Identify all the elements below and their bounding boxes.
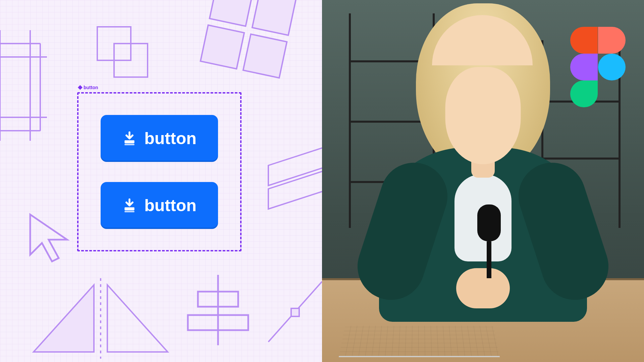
presenter bbox=[382, 47, 584, 322]
figma-logo bbox=[570, 27, 626, 107]
frame-icon bbox=[0, 30, 54, 145]
face bbox=[445, 67, 521, 164]
svg-marker-14 bbox=[107, 285, 168, 352]
svg-rect-23 bbox=[125, 207, 135, 210]
presenter-video bbox=[322, 0, 644, 362]
component-frame[interactable]: button button button bbox=[77, 92, 241, 251]
svg-marker-13 bbox=[34, 285, 94, 352]
button-instance-2[interactable]: button bbox=[101, 182, 218, 229]
svg-rect-9 bbox=[201, 25, 244, 69]
cursor-icon bbox=[23, 211, 74, 266]
components-icon bbox=[198, 0, 299, 82]
mirror-triangle-icon bbox=[30, 278, 171, 360]
pen-anchor-icon bbox=[265, 275, 322, 350]
svg-rect-10 bbox=[243, 34, 287, 78]
component-label-text: button bbox=[84, 85, 98, 90]
component-frame-label: button bbox=[78, 85, 98, 90]
align-center-icon bbox=[181, 275, 255, 350]
svg-rect-22 bbox=[125, 144, 135, 145]
download-icon bbox=[122, 131, 137, 146]
svg-rect-20 bbox=[291, 308, 299, 316]
union-icon bbox=[94, 23, 154, 85]
svg-rect-8 bbox=[252, 0, 296, 35]
svg-rect-7 bbox=[210, 0, 253, 26]
design-canvas: button button button bbox=[0, 0, 322, 362]
svg-rect-21 bbox=[125, 140, 135, 143]
download-icon bbox=[122, 198, 137, 213]
stack-icon bbox=[262, 154, 322, 216]
svg-rect-24 bbox=[125, 211, 135, 212]
button-label: button bbox=[144, 196, 196, 215]
microphone bbox=[477, 204, 501, 275]
button-instance-1[interactable]: button bbox=[101, 115, 218, 162]
keyboard bbox=[339, 326, 500, 356]
button-label: button bbox=[144, 129, 196, 148]
